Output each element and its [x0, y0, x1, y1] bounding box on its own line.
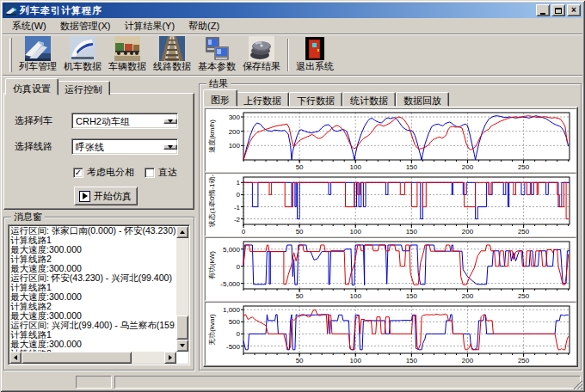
arrow-right-icon [169, 355, 172, 360]
line-data-icon [159, 36, 185, 61]
svg-text:5,000: 5,000 [223, 246, 241, 254]
toolbar-button-label: 线路数据 [153, 61, 191, 72]
scroll-down-button[interactable] [176, 340, 188, 352]
window-title: 列车牵引计算程序 [20, 4, 102, 17]
toolbar-save-results-button[interactable]: 保存结果 [239, 36, 284, 74]
svg-text:-5,000: -5,000 [220, 280, 240, 288]
app-window: 列车牵引计算程序 × 系统(W) 数据管理(X) 计算结果(Y) 帮助(Z) 列… [0, 0, 585, 392]
close-icon: × [571, 6, 576, 15]
toolbar: 列车管理 机车数据 车辆数据 [3, 35, 582, 75]
arrow-down-icon [180, 344, 185, 347]
left-tabstrip: 仿真设置 运行控制 [5, 78, 110, 95]
tab-statistics-data[interactable]: 统计数据 [342, 92, 396, 107]
svg-text:50: 50 [296, 292, 304, 300]
tab-graph[interactable]: 图形 [203, 89, 237, 107]
chart-reactive-power: 50100150200250-50005001,000无功(kvar) [205, 302, 576, 365]
toolbar-separator [287, 39, 289, 71]
app-icon [5, 4, 17, 16]
select-line-combobox[interactable]: 呼张线 [71, 138, 178, 155]
toolbar-exit-system-button[interactable]: 退出系统 [292, 36, 337, 74]
select-line-label: 选择线路 [15, 140, 52, 153]
svg-text:150: 150 [406, 228, 418, 236]
horizontal-scrollbar[interactable] [9, 352, 176, 364]
tab-down-data[interactable]: 下行数据 [289, 92, 342, 107]
menu-data-management[interactable]: 数据管理(X) [54, 18, 117, 34]
tab-simulation-settings[interactable]: 仿真设置 [5, 78, 58, 95]
toolbar-train-management-button[interactable]: 列车管理 [15, 36, 60, 74]
arrow-up-icon [180, 230, 185, 234]
horizontal-scroll-thumb[interactable] [22, 352, 132, 364]
start-simulation-button[interactable]: 开始仿真 [74, 187, 138, 205]
toolbar-button-label: 机车数据 [64, 61, 102, 72]
maximize-icon [555, 8, 562, 14]
svg-text:150: 150 [406, 292, 418, 300]
svg-text:0: 0 [237, 263, 241, 271]
svg-text:250: 250 [518, 163, 530, 171]
consider-phase-label: 考虑电分相 [87, 166, 134, 179]
svg-text:1,000: 1,000 [223, 306, 241, 314]
vertical-scroll-thumb[interactable] [176, 315, 188, 340]
minimize-icon [540, 13, 545, 15]
locomotive-data-icon [70, 36, 95, 61]
menu-bar: 系统(W) 数据管理(X) 计算结果(Y) 帮助(Z) [3, 18, 582, 34]
svg-text:200: 200 [462, 292, 474, 300]
svg-text:-1: -1 [234, 204, 241, 211]
menu-system[interactable]: 系统(W) [6, 18, 52, 34]
direct-checkbox[interactable] [145, 168, 155, 178]
graph-page: 50100150200250100200300速度(km/h) 05010015… [203, 107, 578, 367]
resize-grip[interactable] [571, 378, 582, 389]
svg-text:200: 200 [462, 163, 474, 171]
tab-data-playback[interactable]: 数据回放 [396, 92, 449, 107]
scroll-up-button[interactable] [176, 226, 188, 238]
simulation-settings-page: 选择列车 CRH2动车组 选择线路 呼张线 ✓ 考虑电分相 直达 开始仿真 [3, 93, 194, 210]
chart-active-power: 50100150200250-5,00005,000有功(kW) [205, 237, 576, 301]
scroll-left-button[interactable] [9, 352, 22, 364]
svg-text:100: 100 [350, 228, 362, 236]
tab-up-data[interactable]: 上行数据 [236, 92, 289, 107]
svg-text:250: 250 [518, 292, 530, 300]
select-line-dropdown-button[interactable] [163, 144, 177, 150]
select-train-dropdown-button[interactable] [163, 119, 177, 124]
message-groupbox: 消息窗 运行区间: 张家口南(0.000) - 怀安(43.230) 计算线路1… [3, 217, 194, 371]
svg-text:150: 150 [406, 357, 418, 364]
toolbar-gripper[interactable] [9, 38, 12, 72]
tab-run-control[interactable]: 运行控制 [57, 81, 110, 95]
minimize-button[interactable] [536, 4, 550, 16]
exit-system-icon [302, 36, 328, 61]
toolbar-line-data-button[interactable]: 线路数据 [150, 36, 194, 74]
svg-text:300: 300 [229, 113, 241, 121]
toolbar-basic-params-button[interactable]: 基本参数 [194, 36, 239, 74]
consider-phase-checkbox[interactable]: ✓ [73, 168, 83, 178]
select-train-combobox[interactable]: CRH2动车组 [71, 113, 178, 129]
svg-text:0: 0 [237, 330, 241, 338]
maximize-button[interactable] [551, 4, 565, 16]
select-train-label: 选择列车 [15, 114, 52, 127]
scroll-right-button[interactable] [164, 352, 176, 364]
toolbar-button-label: 保存结果 [243, 61, 280, 72]
svg-text:200: 200 [462, 357, 474, 364]
direct-label: 直达 [158, 166, 177, 179]
close-button[interactable]: × [567, 4, 581, 16]
svg-text:100: 100 [350, 163, 362, 171]
vertical-scrollbar[interactable] [176, 226, 188, 352]
select-line-row: 选择线路 [15, 138, 52, 155]
toolbar-vehicle-data-button[interactable]: 车辆数据 [105, 36, 150, 74]
menu-calc-results[interactable]: 计算结果(Y) [118, 18, 181, 34]
status-bar [3, 373, 582, 389]
message-lines: 运行区间: 张家口南(0.000) - 怀安(43.230) 计算线路1 最大速… [10, 226, 176, 352]
svg-text:-2: -2 [234, 216, 241, 224]
menu-help[interactable]: 帮助(Z) [182, 18, 225, 34]
svg-text:100: 100 [350, 292, 362, 300]
toolbar-locomotive-data-button[interactable]: 机车数据 [60, 36, 105, 74]
toolbar-button-label: 车辆数据 [108, 61, 146, 72]
message-list[interactable]: 运行区间: 张家口南(0.000) - 怀安(43.230) 计算线路1 最大速… [8, 224, 190, 365]
title-bar: 列车牵引计算程序 × [3, 3, 582, 18]
arrow-left-icon [14, 355, 17, 360]
chart-speed: 50100150200250100200300速度(km/h) [205, 108, 576, 172]
chart-status: 050100150200250-2-101状态(1牵0惰-1动- [205, 173, 576, 236]
svg-text:50: 50 [296, 357, 304, 364]
chevron-down-icon [168, 119, 173, 123]
select-train-value: CRH2动车组 [72, 113, 163, 128]
basic-params-icon [204, 36, 230, 61]
svg-text:150: 150 [406, 163, 418, 171]
